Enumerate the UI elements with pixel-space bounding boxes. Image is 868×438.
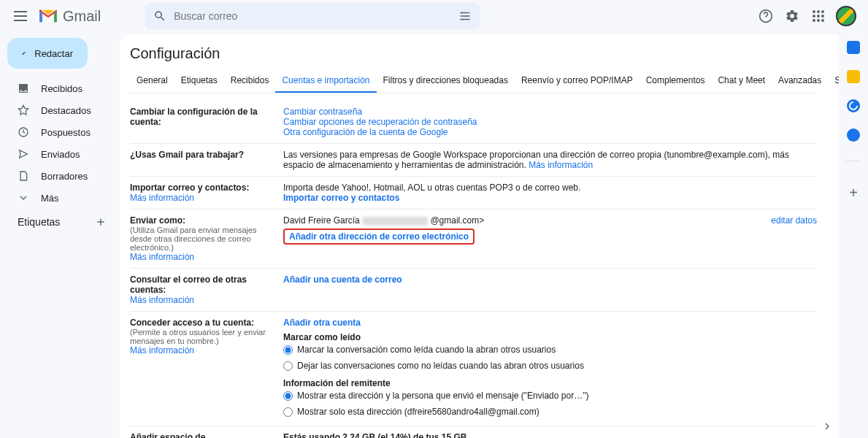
app-header: Gmail <box>0 0 868 32</box>
hamburger-icon <box>14 11 27 21</box>
mark-read-opt2: Dejar las conversaciones como no leídas … <box>297 358 584 374</box>
main-menu-button[interactable] <box>12 7 29 25</box>
add-mail-account-link[interactable]: Añadir una cuenta de correo <box>283 274 402 285</box>
nav-label: Enviados <box>41 149 80 160</box>
change-password-link[interactable]: Cambiar contraseña <box>283 107 362 117</box>
tab-general[interactable]: General <box>130 69 174 93</box>
tab-forwarding[interactable]: Reenvío y correo POP/IMAP <box>515 69 640 93</box>
gmail-logo[interactable]: Gmail <box>38 7 101 25</box>
svg-point-2 <box>462 18 464 20</box>
chevron-down-icon <box>18 192 29 204</box>
page-title: Configuración <box>130 45 817 62</box>
side-panel-toggle[interactable] <box>821 420 833 432</box>
grant-more-link[interactable]: Más información <box>130 345 194 356</box>
plus-icon[interactable] <box>95 216 107 228</box>
mark-read-title: Marcar como leído <box>283 332 817 342</box>
row-label: Cambiar la configuración de la cuenta: <box>130 107 283 137</box>
sender-opt2: Mostrar solo esta dirección (dfreire5680… <box>297 404 539 420</box>
svg-point-7 <box>813 15 815 18</box>
contacts-addon[interactable] <box>847 128 860 142</box>
search-input[interactable] <box>174 10 458 22</box>
check-more-link[interactable]: Más información <box>130 295 194 305</box>
sender-info-title: Información del remitente <box>283 378 817 388</box>
tab-offline[interactable]: Sin conexión <box>828 69 839 93</box>
compose-button[interactable]: Redactar <box>7 38 88 69</box>
nav-drafts[interactable]: Borradores <box>0 165 112 187</box>
row-grant-access: Conceder acceso a tu cuenta: (Permite a … <box>130 312 817 426</box>
settings-content: Configuración General Etiquetas Recibido… <box>120 35 839 438</box>
add-address-highlight: Añadir otra dirección de correo electrón… <box>283 228 475 245</box>
settings-button[interactable] <box>783 7 801 25</box>
row-send-as: Enviar como: (Utiliza Gmail para enviar … <box>130 210 817 269</box>
search-options-icon[interactable] <box>458 9 472 23</box>
row-sublabel: (Permite a otros usuarios leer y enviar … <box>130 328 276 345</box>
row-sublabel: (Utiliza Gmail para enviar mensajes desd… <box>130 226 276 252</box>
star-icon <box>18 104 29 116</box>
import-more-link[interactable]: Más información <box>130 193 194 203</box>
add-address-link[interactable]: Añadir otra dirección de correo electrón… <box>289 231 469 242</box>
compose-label: Redactar <box>34 48 73 59</box>
storage-text: Estás usando 2,24 GB (el 14%) de tus 15 … <box>283 432 817 438</box>
calendar-addon[interactable] <box>847 41 860 54</box>
tab-chat[interactable]: Chat y Meet <box>711 69 772 93</box>
change-recovery-link[interactable]: Cambiar opciones de recuperación de cont… <box>283 117 477 127</box>
google-account-link[interactable]: Otra configuración de la cuenta de Googl… <box>283 127 448 137</box>
file-icon <box>18 170 29 182</box>
row-label: Añadir espacio de almacenamiento adicion… <box>130 432 283 438</box>
svg-point-11 <box>817 19 820 22</box>
tab-filters[interactable]: Filtros y direcciones bloqueadas <box>377 69 515 93</box>
nav-starred[interactable]: Destacados <box>0 99 112 121</box>
svg-point-1 <box>465 15 466 17</box>
gear-icon <box>785 9 799 23</box>
nav-more[interactable]: Más <box>0 187 112 209</box>
row-storage: Añadir espacio de almacenamiento adicion… <box>130 426 817 438</box>
apps-button[interactable] <box>810 7 827 25</box>
tab-labels[interactable]: Etiquetas <box>174 69 224 93</box>
mark-read-radio-2[interactable] <box>283 361 293 371</box>
inbox-icon <box>18 82 29 94</box>
tab-inbox[interactable]: Recibidos <box>224 69 276 93</box>
keep-addon[interactable] <box>847 70 860 83</box>
gmail-text: Gmail <box>63 8 101 25</box>
labels-title: Etiquetas <box>18 216 60 228</box>
tab-accounts-import[interactable]: Cuentas e importación <box>275 69 376 93</box>
nav-inbox[interactable]: Recibidos <box>0 77 112 99</box>
svg-point-0 <box>461 12 463 13</box>
sender-radio-1[interactable] <box>283 391 293 401</box>
get-addons-button[interactable]: + <box>849 185 858 201</box>
tasks-addon[interactable] <box>847 99 860 112</box>
svg-point-5 <box>817 10 820 13</box>
nav-label: Borradores <box>41 171 88 182</box>
row-label: Consultar el correo de otras cuentas: <box>130 274 276 295</box>
sender-radio-2[interactable] <box>283 407 293 417</box>
rail-divider <box>846 161 861 161</box>
tab-advanced[interactable]: Avanzadas <box>772 69 828 93</box>
import-contacts-link[interactable]: Importar correo y contactos <box>283 193 399 203</box>
send-icon <box>18 148 29 160</box>
help-icon <box>758 9 773 23</box>
nav-label: Más <box>41 193 59 204</box>
svg-point-4 <box>813 10 815 13</box>
pencil-icon <box>22 47 26 60</box>
svg-point-10 <box>813 19 815 22</box>
account-avatar[interactable] <box>836 6 856 26</box>
tab-addons[interactable]: Complementos <box>640 69 712 93</box>
edit-data-link[interactable]: editar datos <box>771 215 817 226</box>
row-label: ¿Usas Gmail para trabajar? <box>130 150 283 170</box>
row-change-account: Cambiar la configuración de la cuenta: C… <box>130 101 817 144</box>
add-account-link[interactable]: Añadir otra cuenta <box>283 318 361 328</box>
svg-point-8 <box>817 15 820 18</box>
search-icon <box>153 9 166 23</box>
import-text: Importa desde Yahoo!, Hotmail, AOL u otr… <box>283 182 817 193</box>
search-bar[interactable] <box>145 3 480 29</box>
sendas-name: David Freire García <box>283 215 362 226</box>
support-button[interactable] <box>757 7 775 25</box>
sendas-email-suffix: @gmail.com> <box>430 215 484 226</box>
side-panel: + <box>839 32 868 438</box>
labels-section-header: Etiquetas <box>0 209 120 228</box>
mark-read-radio-1[interactable] <box>283 345 293 355</box>
nav-sent[interactable]: Enviados <box>0 143 112 165</box>
sendas-more-link[interactable]: Más información <box>130 252 194 262</box>
work-more-link[interactable]: Más información <box>529 160 593 170</box>
nav-snoozed[interactable]: Pospuestos <box>0 121 112 143</box>
